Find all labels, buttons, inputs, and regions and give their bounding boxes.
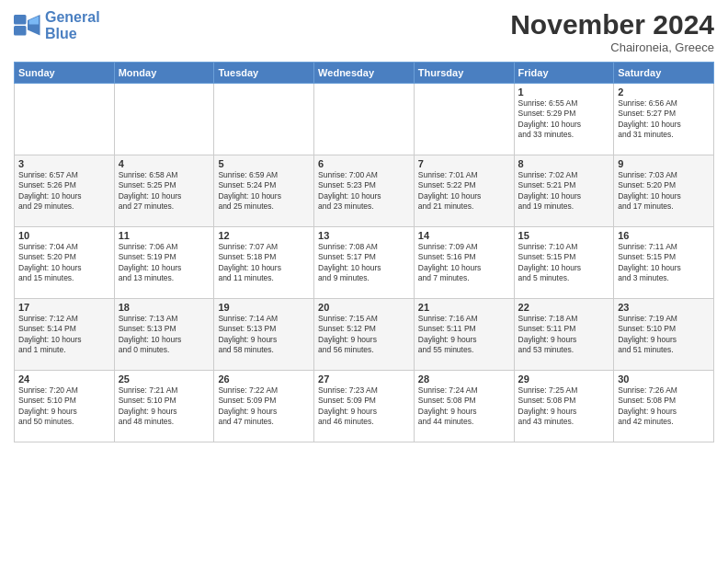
day-info: Sunrise: 6:59 AM Sunset: 5:24 PM Dayligh… <box>218 170 310 213</box>
svg-rect-1 <box>14 26 27 36</box>
calendar-day-cell: 3Sunrise: 6:57 AM Sunset: 5:26 PM Daylig… <box>15 155 115 227</box>
day-number: 22 <box>518 302 610 313</box>
page-header: General Blue November 2024 Chaironeia, G… <box>14 9 714 54</box>
day-info: Sunrise: 7:26 AM Sunset: 5:08 PM Dayligh… <box>618 385 710 428</box>
day-number: 12 <box>218 230 310 241</box>
day-header-thursday: Thursday <box>414 63 514 84</box>
day-info: Sunrise: 6:56 AM Sunset: 5:27 PM Dayligh… <box>618 98 710 141</box>
logo: General Blue <box>14 9 100 41</box>
day-number: 4 <box>119 158 210 169</box>
day-number: 7 <box>418 158 510 169</box>
calendar-day-cell <box>114 84 214 155</box>
calendar-day-cell: 26Sunrise: 7:22 AM Sunset: 5:09 PM Dayli… <box>214 371 314 442</box>
day-number: 13 <box>318 230 410 241</box>
day-info: Sunrise: 7:10 AM Sunset: 5:15 PM Dayligh… <box>518 242 610 284</box>
calendar-day-cell: 21Sunrise: 7:16 AM Sunset: 5:11 PM Dayli… <box>414 299 514 371</box>
day-info: Sunrise: 6:55 AM Sunset: 5:29 PM Dayligh… <box>518 98 610 141</box>
calendar-day-cell: 25Sunrise: 7:21 AM Sunset: 5:10 PM Dayli… <box>114 371 214 442</box>
day-info: Sunrise: 7:11 AM Sunset: 5:15 PM Dayligh… <box>618 242 710 284</box>
day-number: 14 <box>418 230 510 241</box>
day-info: Sunrise: 7:12 AM Sunset: 5:14 PM Dayligh… <box>18 314 110 356</box>
day-header-monday: Monday <box>114 63 214 84</box>
day-info: Sunrise: 7:15 AM Sunset: 5:12 PM Dayligh… <box>318 314 410 356</box>
day-info: Sunrise: 7:01 AM Sunset: 5:22 PM Dayligh… <box>418 170 510 213</box>
day-number: 9 <box>618 158 710 169</box>
month-title: November 2024 <box>510 9 714 40</box>
calendar-day-cell: 5Sunrise: 6:59 AM Sunset: 5:24 PM Daylig… <box>214 155 314 227</box>
day-number: 21 <box>418 302 510 313</box>
day-number: 28 <box>418 373 510 385</box>
day-number: 17 <box>18 302 110 313</box>
day-info: Sunrise: 7:13 AM Sunset: 5:13 PM Dayligh… <box>119 314 210 356</box>
calendar-day-cell: 17Sunrise: 7:12 AM Sunset: 5:14 PM Dayli… <box>15 299 115 371</box>
day-number: 29 <box>518 373 610 385</box>
calendar-week-row: 3Sunrise: 6:57 AM Sunset: 5:26 PM Daylig… <box>15 155 714 227</box>
day-info: Sunrise: 7:22 AM Sunset: 5:09 PM Dayligh… <box>218 385 310 428</box>
day-header-saturday: Saturday <box>614 63 714 84</box>
calendar-day-cell: 29Sunrise: 7:25 AM Sunset: 5:08 PM Dayli… <box>514 371 614 442</box>
calendar-week-row: 17Sunrise: 7:12 AM Sunset: 5:14 PM Dayli… <box>15 299 714 371</box>
calendar-day-cell: 4Sunrise: 6:58 AM Sunset: 5:25 PM Daylig… <box>114 155 214 227</box>
logo-icon <box>14 15 41 37</box>
day-header-friday: Friday <box>514 63 614 84</box>
day-number: 6 <box>318 158 410 169</box>
day-info: Sunrise: 7:21 AM Sunset: 5:10 PM Dayligh… <box>119 385 210 428</box>
day-number: 5 <box>218 158 310 169</box>
calendar-week-row: 1Sunrise: 6:55 AM Sunset: 5:29 PM Daylig… <box>15 84 714 155</box>
calendar-day-cell: 14Sunrise: 7:09 AM Sunset: 5:16 PM Dayli… <box>414 227 514 299</box>
day-info: Sunrise: 7:18 AM Sunset: 5:11 PM Dayligh… <box>518 314 610 356</box>
calendar-table: SundayMondayTuesdayWednesdayThursdayFrid… <box>14 62 714 442</box>
calendar-day-cell <box>214 84 314 155</box>
day-number: 1 <box>518 86 610 98</box>
day-number: 24 <box>18 373 110 385</box>
svg-marker-3 <box>29 16 40 24</box>
calendar-day-cell: 18Sunrise: 7:13 AM Sunset: 5:13 PM Dayli… <box>114 299 214 371</box>
day-number: 15 <box>518 230 610 241</box>
day-number: 11 <box>119 230 210 241</box>
day-number: 8 <box>518 158 610 169</box>
day-number: 3 <box>18 158 110 169</box>
day-number: 10 <box>18 230 110 241</box>
calendar-day-cell: 19Sunrise: 7:14 AM Sunset: 5:13 PM Dayli… <box>214 299 314 371</box>
location-subtitle: Chaironeia, Greece <box>510 40 714 54</box>
day-info: Sunrise: 7:19 AM Sunset: 5:10 PM Dayligh… <box>618 314 710 356</box>
calendar-day-cell: 23Sunrise: 7:19 AM Sunset: 5:10 PM Dayli… <box>614 299 714 371</box>
day-info: Sunrise: 7:14 AM Sunset: 5:13 PM Dayligh… <box>218 314 310 356</box>
calendar-day-cell: 30Sunrise: 7:26 AM Sunset: 5:08 PM Dayli… <box>614 371 714 442</box>
svg-rect-0 <box>14 15 27 25</box>
calendar-day-cell <box>15 84 115 155</box>
calendar-day-cell: 8Sunrise: 7:02 AM Sunset: 5:21 PM Daylig… <box>514 155 614 227</box>
calendar-day-cell: 24Sunrise: 7:20 AM Sunset: 5:10 PM Dayli… <box>15 371 115 442</box>
calendar-day-cell: 22Sunrise: 7:18 AM Sunset: 5:11 PM Dayli… <box>514 299 614 371</box>
calendar-week-row: 24Sunrise: 7:20 AM Sunset: 5:10 PM Dayli… <box>15 371 714 442</box>
day-number: 2 <box>618 86 710 98</box>
calendar-day-cell: 1Sunrise: 6:55 AM Sunset: 5:29 PM Daylig… <box>514 84 614 155</box>
day-number: 30 <box>618 373 710 385</box>
day-info: Sunrise: 7:20 AM Sunset: 5:10 PM Dayligh… <box>18 385 110 428</box>
calendar-day-cell: 6Sunrise: 7:00 AM Sunset: 5:23 PM Daylig… <box>314 155 415 227</box>
logo-text: General Blue <box>45 9 100 41</box>
day-number: 25 <box>119 373 210 385</box>
calendar-day-cell <box>414 84 514 155</box>
day-info: Sunrise: 7:06 AM Sunset: 5:19 PM Dayligh… <box>119 242 210 284</box>
calendar-day-cell: 10Sunrise: 7:04 AM Sunset: 5:20 PM Dayli… <box>15 227 115 299</box>
day-info: Sunrise: 6:58 AM Sunset: 5:25 PM Dayligh… <box>119 170 210 213</box>
calendar-day-cell: 28Sunrise: 7:24 AM Sunset: 5:08 PM Dayli… <box>414 371 514 442</box>
day-number: 26 <box>218 373 310 385</box>
day-info: Sunrise: 7:07 AM Sunset: 5:18 PM Dayligh… <box>218 242 310 284</box>
day-info: Sunrise: 7:09 AM Sunset: 5:16 PM Dayligh… <box>418 242 510 284</box>
page-container: General Blue November 2024 Chaironeia, G… <box>0 0 728 447</box>
calendar-day-cell: 15Sunrise: 7:10 AM Sunset: 5:15 PM Dayli… <box>514 227 614 299</box>
calendar-day-cell: 20Sunrise: 7:15 AM Sunset: 5:12 PM Dayli… <box>314 299 415 371</box>
calendar-day-cell: 7Sunrise: 7:01 AM Sunset: 5:22 PM Daylig… <box>414 155 514 227</box>
day-info: Sunrise: 7:08 AM Sunset: 5:17 PM Dayligh… <box>318 242 410 284</box>
calendar-day-cell: 13Sunrise: 7:08 AM Sunset: 5:17 PM Dayli… <box>314 227 415 299</box>
day-info: Sunrise: 7:16 AM Sunset: 5:11 PM Dayligh… <box>418 314 510 356</box>
day-number: 20 <box>318 302 410 313</box>
calendar-day-cell: 16Sunrise: 7:11 AM Sunset: 5:15 PM Dayli… <box>614 227 714 299</box>
calendar-day-cell: 11Sunrise: 7:06 AM Sunset: 5:19 PM Dayli… <box>114 227 214 299</box>
day-header-sunday: Sunday <box>15 63 115 84</box>
day-number: 23 <box>618 302 710 313</box>
calendar-week-row: 10Sunrise: 7:04 AM Sunset: 5:20 PM Dayli… <box>15 227 714 299</box>
day-info: Sunrise: 7:00 AM Sunset: 5:23 PM Dayligh… <box>318 170 410 213</box>
